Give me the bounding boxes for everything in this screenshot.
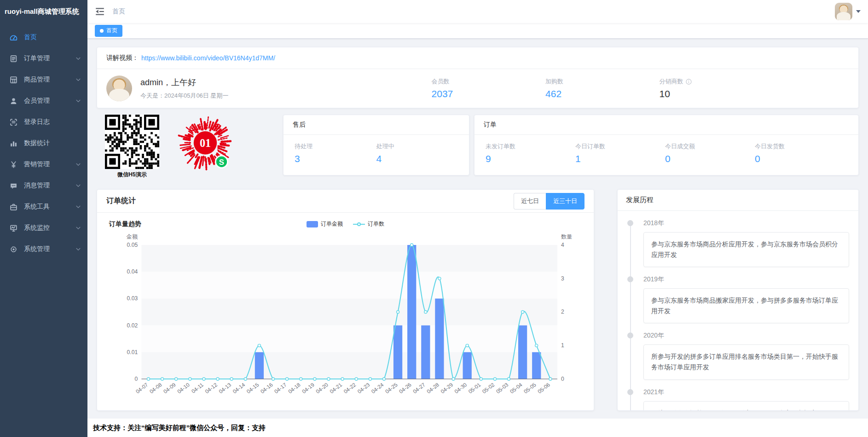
svg-text:05-03: 05-03 [495, 381, 509, 394]
timeline-text: 参与京东服务市场商品搬家应用开发，参与拼多多服务市场订单应用开发 [643, 288, 849, 323]
timeline-text: 所参与开发的拼多多订单应用排名服务市场类目第一，开始快手服务市场订单应用开发 [643, 344, 849, 379]
stat-column: 今日订单数 1 [575, 142, 665, 164]
legend-label: 订单数 [368, 220, 384, 228]
stat-column: 会员数 2037 [432, 77, 545, 99]
stat-label: 未发订单数 [486, 142, 515, 151]
sidebar-menu: 首页 订单管理 商品管理 会员管理 登录日志 数据统计 营销管理 消息管理 系统… [0, 23, 87, 260]
stat-label: 今日发货数 [755, 142, 785, 151]
main-column: 首页 首页 讲解视频： https://www.bilibili.com/vid… [87, 0, 868, 437]
counter-cards: 售后 待处理 3处理中 4 订单 未发订单数 9今日订单数 1今日成交额 0今日… [283, 115, 859, 184]
legend-bar-icon [307, 221, 318, 227]
order-statistics-card: 订单统计 近七日近三十日 订单量趋势 订单金额订单数 金额数量00.010.02… [97, 189, 594, 411]
timeline-text: 参与京东服务市场商品分析应用开发，参与京东服务市场会员积分应用开发 [643, 232, 849, 267]
timeline-text: 日处理拼多多订单200万条，开始美团、饿了么应用市场应用开发 [643, 401, 849, 411]
sidebar-item-7[interactable]: 营销管理 [0, 154, 87, 175]
svg-text:04-07: 04-07 [134, 381, 149, 394]
top-navbar: 首页 [87, 0, 868, 23]
sidebar-item-label: 订单管理 [24, 54, 75, 63]
stat-label: 会员数 [432, 77, 450, 86]
svg-text:04-10: 04-10 [176, 381, 191, 394]
product-icon [9, 76, 17, 84]
chart-legend: 订单金额订单数 [106, 220, 584, 228]
sidebar-item-1[interactable]: 首页 [0, 27, 87, 48]
svg-text:04-19: 04-19 [301, 381, 315, 394]
svg-text:金额: 金额 [126, 233, 138, 240]
sidebar-item-label: 首页 [24, 33, 81, 41]
tags-view-bar: 首页 [87, 23, 868, 39]
timeline-year: 2018年 [643, 219, 849, 227]
stat-column: 待处理 3 [295, 142, 376, 164]
svg-text:05-05: 05-05 [522, 381, 537, 394]
svg-text:05-06: 05-06 [536, 381, 551, 394]
user-menu-caret-icon[interactable] [856, 10, 861, 13]
sidebar: ruoyi-mall商城管理系统 首页 订单管理 商品管理 会员管理 登录日志 … [0, 0, 87, 437]
greeting-text: admin，上午好 今天是：2024年05月06日 星期一 [140, 77, 228, 100]
marketing-icon [9, 160, 17, 169]
svg-text:04-28: 04-28 [426, 381, 440, 394]
legend-item-count[interactable]: 订单数 [353, 220, 384, 228]
svg-text:4: 4 [561, 242, 564, 248]
order-statistics-header: 订单统计 近七日近三十日 [97, 190, 594, 213]
timeline-dot-icon [627, 389, 633, 395]
content-area: 讲解视频： https://www.bilibili.com/video/BV1… [87, 39, 868, 419]
sidebar-item-5[interactable]: 登录日志 [0, 111, 87, 133]
range-button-30d[interactable]: 近三十日 [546, 193, 584, 210]
user-avatar[interactable] [835, 3, 852, 20]
sidebar-toggle-icon[interactable] [95, 6, 105, 17]
stat-value: 4 [376, 153, 458, 164]
timeline-dot-icon [627, 276, 633, 282]
svg-text:04-13: 04-13 [218, 381, 232, 394]
svg-text:05-02: 05-02 [481, 381, 496, 394]
sidebar-item-2[interactable]: 订单管理 [0, 48, 87, 69]
aftersale-stats: 待处理 3处理中 4 [284, 135, 469, 172]
svg-text:S: S [219, 158, 224, 167]
svg-text:04-14: 04-14 [231, 381, 246, 395]
stat-value: 0 [665, 153, 755, 164]
h5-qr-box: 微信H5演示 [105, 115, 159, 184]
video-link[interactable]: https://www.bilibili.com/video/BV16N4y1d… [141, 54, 275, 62]
tag-home[interactable]: 首页 [95, 25, 122, 37]
range-button-7d[interactable]: 近七日 [514, 193, 546, 210]
svg-text:04-08: 04-08 [148, 381, 163, 394]
svg-text:01: 01 [200, 137, 211, 149]
svg-text:04-24: 04-24 [370, 381, 385, 395]
legend-label: 订单金额 [321, 220, 343, 228]
message-icon [9, 181, 17, 190]
row-chart-and-timeline: 订单统计 近七日近三十日 订单量趋势 订单金额订单数 金额数量00.010.02… [97, 189, 859, 411]
svg-text:0.01: 0.01 [127, 349, 138, 355]
sidebar-item-9[interactable]: 系统工具 [0, 196, 87, 217]
sidebar-item-3[interactable]: 商品管理 [0, 69, 87, 90]
breadcrumb[interactable]: 首页 [112, 7, 125, 16]
stat-value: 462 [545, 88, 659, 99]
stat-label: 今日成交额 [665, 142, 695, 151]
navbar-right [835, 3, 861, 20]
sidebar-item-8[interactable]: 消息管理 [0, 175, 87, 196]
greeting-name: admin，上午好 [140, 77, 228, 88]
timeline-dot-icon [627, 220, 633, 226]
orders-title: 订单 [475, 115, 858, 135]
stat-label: 今日订单数 [575, 142, 605, 151]
h5-qr-label: 微信H5演示 [117, 171, 146, 179]
sidebar-item-label: 系统管理 [24, 245, 75, 253]
sidebar-item-label: 会员管理 [24, 97, 75, 105]
stat-value: 9 [486, 153, 575, 164]
legend-item-amount[interactable]: 订单金额 [307, 220, 343, 228]
admin-greeting-row: admin，上午好 今天是：2024年05月06日 星期一 会员数 2037加购… [97, 69, 858, 108]
timeline-dot-icon [627, 332, 633, 338]
greeting-avatar [106, 76, 132, 101]
tag-dot-icon [100, 29, 104, 33]
chevron-down-icon [75, 56, 81, 61]
sidebar-item-4[interactable]: 会员管理 [0, 90, 87, 111]
app-title: ruoyi-mall商城管理系统 [0, 0, 87, 23]
stat-label: 待处理 [295, 142, 312, 151]
svg-text:04-23: 04-23 [356, 381, 371, 394]
stat-value: 1 [575, 153, 665, 164]
sidebar-item-6[interactable]: 数据统计 [0, 133, 87, 154]
tutorial-video-row: 讲解视频： https://www.bilibili.com/video/BV1… [97, 47, 858, 69]
sidebar-item-11[interactable]: 系统管理 [0, 239, 87, 260]
tool-icon [9, 203, 17, 211]
sidebar-item-10[interactable]: 系统监控 [0, 217, 87, 239]
stat-label: 分销商数 [660, 77, 683, 86]
svg-text:0.05: 0.05 [127, 242, 138, 248]
timeline-item-2021: 2021年 日处理拼多多订单200万条，开始美团、饿了么应用市场应用开发 [628, 388, 849, 411]
